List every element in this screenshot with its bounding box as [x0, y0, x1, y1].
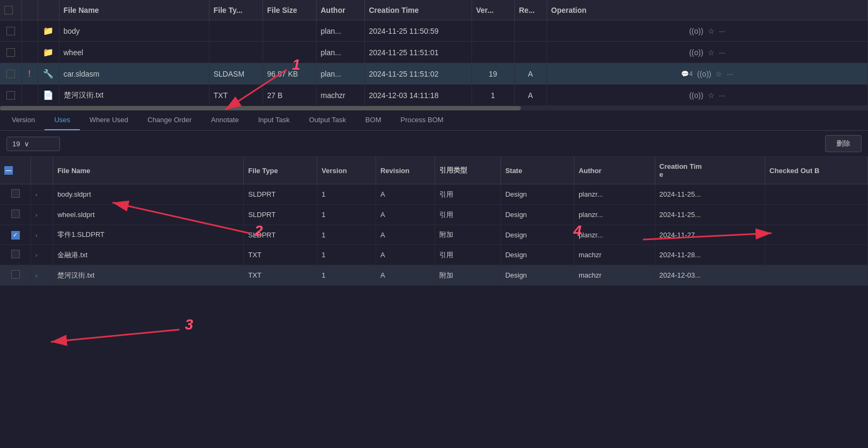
folder-icon: 📁 — [43, 26, 54, 35]
table-row[interactable]: ! 🔧 car.sldasm SLDASM 96.87 KB plan... 2… — [0, 63, 868, 85]
comment-icon[interactable]: 💬4 — [681, 70, 693, 78]
folder-icon: 📁 — [43, 48, 54, 57]
tab-annotate[interactable]: Annotate — [201, 110, 249, 130]
row-icon-cell: 📁 — [38, 20, 59, 42]
bt-row-expand[interactable]: › — [31, 265, 53, 286]
bt-select-all-checkbox[interactable]: — — [4, 166, 13, 175]
top-file-table: File Name File Ty... File Size Author Cr… — [0, 0, 868, 106]
tab-version[interactable]: Version — [2, 110, 44, 130]
bt-row-version: 1 — [317, 184, 376, 205]
broadcast-icon[interactable]: ((o)) — [689, 48, 703, 57]
row-checkbox[interactable] — [11, 189, 20, 198]
bt-row-author: planzr... — [574, 184, 655, 205]
more-icon[interactable]: ··· — [727, 70, 733, 78]
table-row[interactable]: › body.sldprt SLDPRT 1 A 引用 Design planz… — [0, 184, 868, 205]
row-checkbox[interactable] — [6, 91, 15, 100]
tab-process-bom[interactable]: Process BOM — [391, 110, 453, 130]
broadcast-icon[interactable]: ((o)) — [689, 27, 703, 35]
top-header-icon — [38, 0, 59, 20]
row-warn-cell: ! — [21, 63, 38, 85]
bt-row-state: Design — [500, 265, 574, 286]
row-revision: A — [514, 63, 547, 85]
row-checkbox-cell — [0, 85, 21, 106]
version-select[interactable]: 19 ∨ — [6, 137, 60, 151]
top-header-author: Author — [316, 0, 364, 20]
bt-row-state: Design — [500, 225, 574, 245]
bt-row-checkbox-cell: ✓ — [0, 225, 31, 245]
horizontal-scrollbar[interactable] — [0, 106, 868, 110]
table-row[interactable]: 📄 楚河汉街.txt TXT 27 B machzr 2024-12-03 14… — [0, 85, 868, 106]
expand-arrow-icon[interactable]: › — [35, 212, 38, 218]
expand-arrow-icon[interactable]: › — [35, 252, 38, 258]
more-icon[interactable]: ··· — [719, 91, 725, 100]
delete-button[interactable]: 删除 — [825, 135, 862, 152]
star-icon[interactable]: ☆ — [708, 91, 715, 100]
row-checkbox-cell — [0, 20, 21, 42]
svg-line-3 — [51, 330, 179, 342]
row-filetype: SLDASM — [209, 63, 263, 85]
tab-change-order[interactable]: Change Order — [138, 110, 201, 130]
row-filetype: TXT — [209, 85, 263, 106]
row-checkbox[interactable] — [6, 48, 15, 57]
bt-row-reftype: 附加 — [435, 225, 500, 245]
row-checkbox[interactable] — [11, 250, 20, 258]
scrollbar-thumb[interactable] — [0, 106, 521, 110]
row-version: 19 — [472, 63, 514, 85]
bt-row-revision: A — [376, 184, 435, 205]
bt-row-checkbox-cell — [0, 205, 31, 225]
bt-row-revision: A — [376, 205, 435, 225]
star-icon[interactable]: ☆ — [708, 27, 715, 35]
assembly-icon: 🔧 — [43, 69, 54, 78]
top-header-checkbox — [0, 0, 21, 20]
bt-row-filetype: SLDPRT — [244, 205, 317, 225]
tab-uses[interactable]: Uses — [44, 110, 80, 130]
row-author: plan... — [316, 20, 364, 42]
expand-arrow-icon[interactable]: › — [35, 272, 38, 279]
more-icon[interactable]: ··· — [719, 27, 725, 35]
row-icon-cell: 🔧 — [38, 63, 59, 85]
row-warn-cell — [21, 20, 38, 42]
table-row[interactable]: › wheel.sldprt SLDPRT 1 A 引用 Design plan… — [0, 205, 868, 225]
star-icon[interactable]: ☆ — [715, 70, 722, 78]
expand-arrow-icon[interactable]: › — [35, 232, 38, 238]
broadcast-icon[interactable]: ((o)) — [697, 70, 711, 78]
row-checkbox[interactable] — [11, 210, 20, 218]
row-filename: body — [59, 20, 209, 42]
bt-row-expand[interactable]: › — [31, 205, 53, 225]
bt-row-filename: 金融港.txt — [53, 245, 244, 265]
bt-row-expand[interactable]: › — [31, 184, 53, 205]
bt-row-filetype: TXT — [244, 265, 317, 286]
select-all-checkbox[interactable] — [4, 6, 13, 14]
bt-row-expand[interactable]: › — [31, 245, 53, 265]
tab-where-used[interactable]: Where Used — [80, 110, 138, 130]
row-checkbox[interactable] — [11, 270, 20, 279]
broadcast-icon[interactable]: ((o)) — [689, 91, 703, 100]
bt-row-state: Design — [500, 184, 574, 205]
row-revision — [514, 42, 547, 63]
expand-arrow-icon[interactable]: › — [35, 191, 38, 198]
bt-row-filetype: SLDPRT — [244, 184, 317, 205]
bt-header-reftype: 引用类型 — [435, 157, 500, 184]
more-icon[interactable]: ··· — [719, 48, 725, 57]
row-checkbox[interactable] — [6, 70, 15, 78]
tab-input-task[interactable]: Input Task — [249, 110, 300, 130]
tab-output-task[interactable]: Output Task — [300, 110, 356, 130]
chevron-down-icon: ∨ — [24, 140, 29, 148]
txt-icon: 📄 — [43, 91, 54, 100]
bt-row-creation: 2024-11-28... — [655, 245, 765, 265]
bt-row-expand[interactable]: › — [31, 225, 53, 245]
star-icon[interactable]: ☆ — [708, 48, 715, 57]
row-author: machzr — [316, 85, 364, 106]
bt-row-filetype: TXT — [244, 245, 317, 265]
bt-row-checked-out — [765, 265, 868, 286]
row-checkbox[interactable] — [6, 27, 15, 35]
bt-header-expand — [31, 157, 53, 184]
tab-bom[interactable]: BOM — [356, 110, 391, 130]
bt-row-creation: 2024-12-03... — [655, 265, 765, 286]
table-row[interactable]: ✓ › 零件1.SLDPRT SLDPRT 1 A 附加 Design plan… — [0, 225, 868, 245]
table-row[interactable]: 📁 wheel plan... 2024-11-25 11:51:01 ((o)… — [0, 42, 868, 63]
table-row[interactable]: › 金融港.txt TXT 1 A 引用 Design machzr 2024-… — [0, 245, 868, 265]
table-row[interactable]: 📁 body plan... 2024-11-25 11:50:59 ((o))… — [0, 20, 868, 42]
table-row[interactable]: › 楚河汉街.txt TXT 1 A 附加 Design machzr 2024… — [0, 265, 868, 286]
row-checkbox[interactable]: ✓ — [11, 231, 20, 240]
